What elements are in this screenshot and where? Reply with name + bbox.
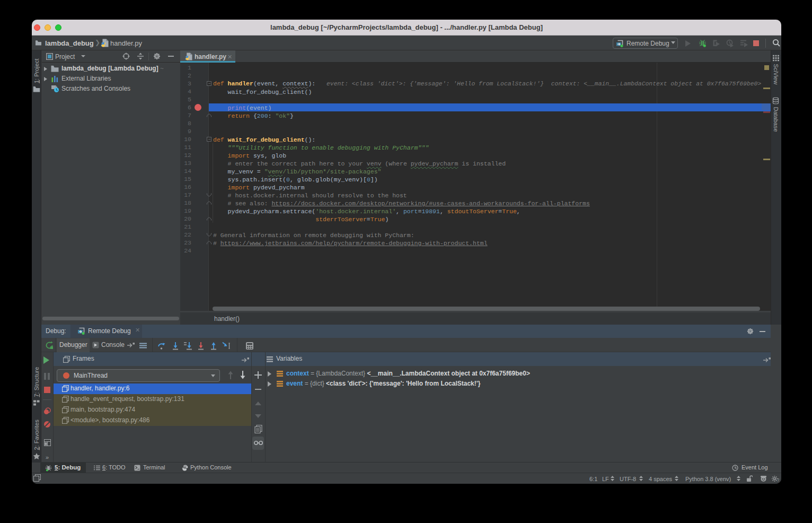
svg-text:?: ? — [777, 477, 780, 482]
